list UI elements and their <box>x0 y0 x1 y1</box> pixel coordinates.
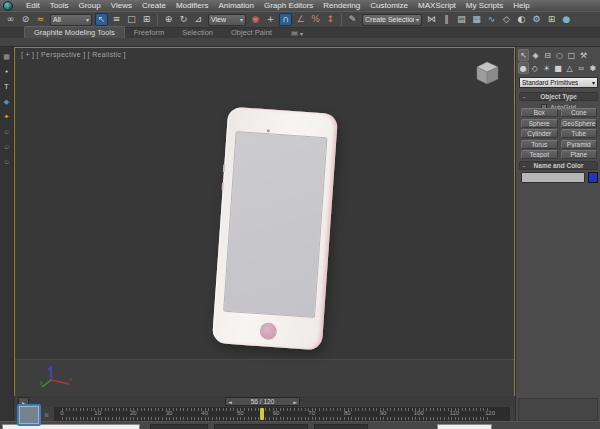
track-bar[interactable]: 0102030405060708090100110120 <box>14 407 515 421</box>
use-pivot-point-center-button[interactable]: ◉ <box>249 13 262 26</box>
side-tool-2-icon[interactable]: • <box>1 66 12 77</box>
angle-snap-toggle-button[interactable]: ∠ <box>294 13 307 26</box>
ribbon-config-button[interactable]: ▾ <box>291 28 303 38</box>
cone-button[interactable]: Cone <box>561 108 598 117</box>
side-tool-6-icon[interactable]: ▫ <box>1 126 12 137</box>
viewport-label[interactable]: [ + ] [ Perspective ] [ Realistic ] <box>21 51 126 58</box>
layer-manager-button[interactable]: ▤ <box>455 13 468 26</box>
tube-button[interactable]: Tube <box>561 129 598 138</box>
curve-editor-button[interactable]: ∿ <box>485 13 498 26</box>
side-tool-5-icon[interactable]: ✦ <box>1 111 12 122</box>
tick-label-80: 80 <box>344 410 351 416</box>
max-logo-button[interactable] <box>2 1 15 11</box>
align-button[interactable]: ∥ <box>440 13 453 26</box>
menu-maxscript[interactable]: MAXScript <box>413 0 461 11</box>
rectangular-selection-region-button[interactable]: □ <box>125 13 138 26</box>
menu-my-scripts[interactable]: My Scripts <box>461 0 508 11</box>
percent-snap-toggle-button[interactable]: % <box>309 13 322 26</box>
cameras-category[interactable]: ■ <box>553 62 564 74</box>
create-tab[interactable]: ↖ <box>518 49 529 61</box>
bind-to-space-warp-button[interactable]: ≈ <box>34 13 47 26</box>
select-and-move-button[interactable]: ⊕ <box>162 13 175 26</box>
teapot-button[interactable]: Teapot <box>521 150 558 159</box>
hierarchy-tab[interactable]: ⊟ <box>542 49 553 61</box>
selection-lock-button[interactable] <box>17 404 41 426</box>
window-crossing-button[interactable]: ⊞ <box>140 13 153 26</box>
render-setup-button[interactable]: ⚙ <box>530 13 543 26</box>
rendered-frame-window-button[interactable]: ⊞ <box>545 13 558 26</box>
unlink-selection-button[interactable]: ⊘ <box>19 13 32 26</box>
selection-filter-dropdown[interactable]: All▾ <box>50 14 92 26</box>
select-object-button[interactable]: ↖ <box>95 13 108 26</box>
edit-named-selection-sets-button[interactable]: ✎ <box>346 13 359 26</box>
mirror-button[interactable]: ⋈ <box>425 13 438 26</box>
current-frame-marker[interactable] <box>260 408 264 420</box>
phone-model[interactable] <box>212 106 338 350</box>
select-and-scale-button[interactable]: ⊿ <box>192 13 205 26</box>
lights-category[interactable]: ☀ <box>541 62 552 74</box>
coordinate-field[interactable] <box>314 424 368 429</box>
motion-tab[interactable]: ○ <box>554 49 565 61</box>
shapes-category[interactable]: ◇ <box>530 62 541 74</box>
toggle-ribbon-button[interactable]: ▦ <box>470 13 483 26</box>
snap-toggle-3d-button[interactable]: ∩ <box>279 13 292 26</box>
menu-rendering[interactable]: Rendering <box>318 0 365 11</box>
menu-create[interactable]: Create <box>137 0 171 11</box>
primitive-category-dropdown[interactable]: Standard Primitives ▾ <box>519 77 598 88</box>
object-name-input[interactable] <box>521 172 585 183</box>
ribbon-tab-object-paint[interactable]: Object Paint <box>222 27 281 38</box>
plane-button[interactable]: Plane <box>561 150 598 159</box>
systems-category[interactable]: ✱ <box>587 62 598 74</box>
utilities-tab[interactable]: ⚒ <box>578 49 589 61</box>
modify-tab[interactable]: ◈ <box>530 49 541 61</box>
ribbon-tab-freeform[interactable]: Freeform <box>125 27 173 38</box>
spinner-snap-toggle-button[interactable]: ↕ <box>324 13 337 26</box>
menu-tools[interactable]: Tools <box>45 0 74 11</box>
ribbon-tab-graphite-modeling-tools[interactable]: Graphite Modeling Tools <box>24 26 125 38</box>
menu-animation[interactable]: Animation <box>213 0 259 11</box>
select-and-manipulate-button[interactable]: + <box>264 13 277 26</box>
side-tool-8-icon[interactable]: ▫ <box>1 156 12 167</box>
menu-help[interactable]: Help <box>508 0 534 11</box>
select-and-link-button[interactable]: ∞ <box>4 13 17 26</box>
side-tool-7-icon[interactable]: ▫ <box>1 141 12 152</box>
next-frame-icon[interactable]: ► <box>293 399 297 405</box>
side-tool-3-icon[interactable]: T <box>1 81 12 92</box>
side-tool-4-icon[interactable]: ◆ <box>1 96 12 107</box>
torus-button[interactable]: Torus <box>521 140 558 149</box>
select-by-name-button[interactable]: ≡ <box>110 13 123 26</box>
space-warps-category[interactable]: ≈ <box>576 62 587 74</box>
display-tab[interactable]: □ <box>566 49 577 61</box>
perspective-viewport[interactable]: [ + ] [ Perspective ] [ Realistic ] z x … <box>14 47 515 396</box>
previous-frame-icon[interactable]: ◄ <box>228 399 232 405</box>
select-and-rotate-button[interactable]: ↻ <box>177 13 190 26</box>
cylinder-button[interactable]: Cylinder <box>521 129 558 138</box>
name-color-rollout-header[interactable]: - Name and Color <box>519 161 598 170</box>
chevron-down-icon: ▾ <box>86 16 89 23</box>
menu-group[interactable]: Group <box>73 0 105 11</box>
ribbon-tab-selection[interactable]: Selection <box>173 27 222 38</box>
time-slider-track[interactable]: ▸ ◄ 56 / 120 ► <box>14 396 515 407</box>
pyramid-button[interactable]: Pyramid <box>561 140 598 149</box>
menu-customize[interactable]: Customize <box>365 0 413 11</box>
helpers-category[interactable]: △ <box>564 62 575 74</box>
geosphere-button[interactable]: GeoSphere <box>561 119 598 128</box>
material-editor-button[interactable]: ◐ <box>515 13 528 26</box>
menu-edit[interactable]: Edit <box>21 0 45 11</box>
view-cube[interactable] <box>470 58 504 88</box>
menu-modifiers[interactable]: Modifiers <box>171 0 213 11</box>
object-color-swatch[interactable] <box>588 172 598 183</box>
reference-coordinate-system-dropdown[interactable]: View▾ <box>208 14 246 26</box>
ribbon-panel-row[interactable]: Polygon Modeling <box>0 38 600 47</box>
menu-graph-editors[interactable]: Graph Editors <box>259 0 318 11</box>
render-production-button[interactable]: ● <box>560 13 573 26</box>
geometry-category[interactable]: ● <box>518 62 529 74</box>
object-type-rollout-header[interactable]: - Object Type <box>519 92 598 101</box>
schematic-view-button[interactable]: ◇ <box>500 13 513 26</box>
box-button[interactable]: Box <box>521 108 558 117</box>
side-tool-1-icon[interactable]: ▦ <box>1 51 12 62</box>
named-selection-sets-dropdown[interactable]: Create Selection Se▾ <box>362 14 422 26</box>
menu-views[interactable]: Views <box>106 0 137 11</box>
sphere-button[interactable]: Sphere <box>521 119 558 128</box>
time-slider[interactable]: ◄ 56 / 120 ► <box>225 397 300 406</box>
